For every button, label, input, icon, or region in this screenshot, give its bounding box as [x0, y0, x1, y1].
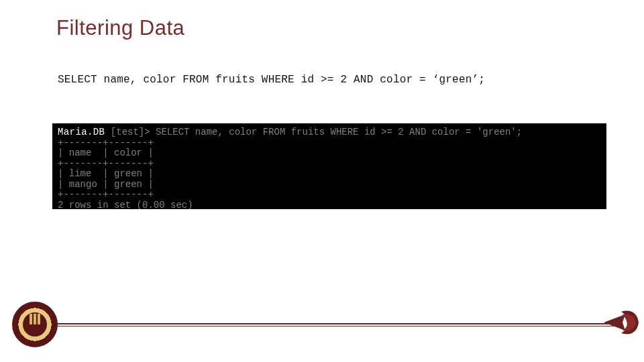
- result-footer: 2 rows in set (0.00 sec): [58, 200, 193, 210]
- table-border: +-------+-------+: [58, 189, 154, 200]
- db-prompt-scope: [test]>: [111, 127, 150, 137]
- spear-icon: [602, 308, 640, 337]
- table-row: | lime | green |: [58, 168, 154, 179]
- footer-divider: [57, 323, 614, 324]
- university-seal-logo: 1851: [12, 302, 58, 347]
- db-command: [150, 127, 156, 137]
- seal-year: 1851: [12, 337, 58, 342]
- table-row: | mango | green |: [58, 179, 154, 190]
- db-command-text: SELECT name, color FROM fruits WHERE id …: [156, 127, 522, 137]
- sql-example-text: SELECT name, color FROM fruits WHERE id …: [58, 74, 485, 86]
- db-prompt-dbname: Maria.DB: [58, 127, 105, 137]
- table-border: +-------+-------+: [58, 137, 154, 148]
- table-header-row: | name | color |: [58, 147, 154, 158]
- terminal-output: Maria.DB [test]> SELECT name, color FROM…: [52, 123, 606, 209]
- table-border: +-------+-------+: [58, 158, 154, 169]
- slide-title: Filtering Data: [56, 16, 184, 40]
